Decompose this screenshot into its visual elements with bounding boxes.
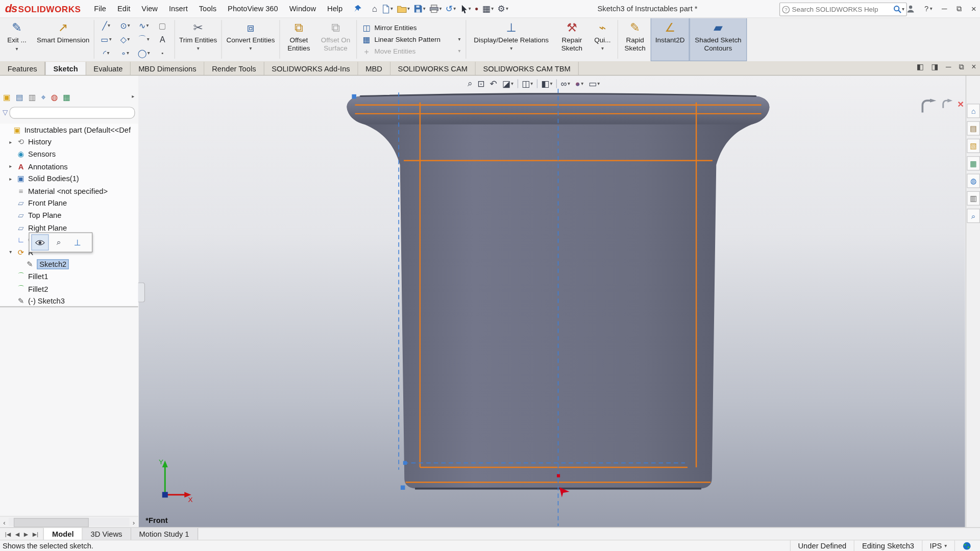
circle-tool-button[interactable]: ⊙▾ xyxy=(116,19,135,33)
panel-tabs-overflow-icon[interactable]: ▸ xyxy=(132,94,134,99)
line-tool-button[interactable]: ╱▾ xyxy=(97,19,116,33)
rapid-sketch-button[interactable]: ✎ Rapid Sketch xyxy=(619,17,650,61)
panel-split-divider[interactable] xyxy=(0,306,138,307)
repair-sketch-button[interactable]: ⚒ Repair Sketch xyxy=(555,17,589,61)
first-tab-icon[interactable]: |◀ xyxy=(5,531,11,537)
search-icon[interactable] xyxy=(893,5,902,14)
shaded-sketch-contours-button[interactable]: ▰ Shaded Sketch Contours xyxy=(690,17,747,61)
tab-motion-study-1[interactable]: Motion Study 1 xyxy=(131,528,198,540)
featuremanager-tab-icon[interactable]: ▣ xyxy=(3,93,11,101)
menu-file[interactable]: File xyxy=(88,0,112,17)
polygon-tool-button[interactable]: ◇▾ xyxy=(116,33,135,46)
tree-item-history[interactable]: ▸ ⟲ History xyxy=(0,136,138,148)
expander-icon[interactable]: ▸ xyxy=(8,176,14,182)
menu-photoview360[interactable]: PhotoView 360 xyxy=(222,0,284,17)
scroll-left-icon[interactable]: ‹ xyxy=(0,518,9,526)
tree-item-fillet1[interactable]: ⌒ Fillet1 xyxy=(0,270,138,283)
magnet-snap-button[interactable]: ● xyxy=(474,2,480,16)
scrollbar-thumb[interactable] xyxy=(14,518,89,527)
undo-button[interactable]: ↺▾ xyxy=(444,2,457,16)
exit-sketch-corner-icon[interactable] xyxy=(920,98,936,113)
configurationmanager-tab-icon[interactable]: ▥ xyxy=(29,93,36,101)
doc-minimize-button[interactable]: ─ xyxy=(946,63,951,70)
edit-appearance-button[interactable]: ●▾ xyxy=(574,79,584,89)
view-palette-button[interactable]: ▦ xyxy=(967,156,980,170)
section-view-button[interactable]: ◪▾ xyxy=(501,79,514,89)
menu-window[interactable]: Window xyxy=(284,0,322,17)
trim-entities-button[interactable]: ✂ Trim Entities ▾ xyxy=(176,17,220,61)
menu-insert[interactable]: Insert xyxy=(163,0,193,17)
convert-entities-button[interactable]: ⧈ Convert Entities ▾ xyxy=(223,17,278,61)
displaymanager-tab-icon[interactable]: ◍ xyxy=(51,93,58,101)
smart-dimension-button[interactable]: ↗ Smart Dimension xyxy=(34,17,92,61)
graphics-viewport[interactable]: ⌕ ⊡ ↶ ◪▾ ◫▾ ◧▾ ∞▾ ●▾ ▭▾ × Y xyxy=(139,75,965,528)
menu-help[interactable]: Help xyxy=(322,0,348,17)
menu-edit[interactable]: Edit xyxy=(112,0,136,17)
tree-root-item[interactable]: ▣ Instructables part (Default<<Def xyxy=(0,123,138,136)
options-grid-button[interactable]: ▦▾ xyxy=(481,2,495,16)
panel-splitter-handle[interactable] xyxy=(138,282,145,302)
linear-sketch-pattern-button[interactable]: ▦ Linear Sketch Pattern ▾ xyxy=(362,35,460,44)
tree-item-fillet2[interactable]: ⌒ Fillet2 xyxy=(0,283,138,295)
tab-render-tools[interactable]: Render Tools xyxy=(205,62,264,75)
sketch-picture-button[interactable]: ▢ xyxy=(153,19,172,33)
rectangle-tool-button[interactable]: ▭▾ xyxy=(97,33,116,46)
exit-sketch-button[interactable]: ✎ Exit ... ▾ xyxy=(0,17,34,61)
tree-item-sensors[interactable]: ◉ Sensors xyxy=(0,148,138,160)
dimxpert-tab-icon[interactable]: ⌖ xyxy=(41,93,46,101)
ellipse-tool-button[interactable]: ◯▾ xyxy=(134,46,153,60)
cancel-sketch-icon[interactable]: × xyxy=(958,98,964,109)
tab-model[interactable]: Model xyxy=(43,528,83,540)
normal-to-button[interactable]: ⊥ xyxy=(69,234,86,251)
save-button[interactable]: ▾ xyxy=(412,2,427,16)
resources-home-button[interactable]: ⌂ xyxy=(967,104,980,118)
tree-filter-input[interactable] xyxy=(10,107,135,118)
tree-item-sketch3[interactable]: ✎ (-) Sketch3 xyxy=(0,295,138,306)
close-button[interactable]: × xyxy=(971,5,976,13)
tab-3d-views[interactable]: 3D Views xyxy=(83,528,131,540)
next-tab-icon[interactable]: ▶ xyxy=(24,531,28,537)
file-explorer-button[interactable]: ▧ xyxy=(967,139,980,153)
orientation-triad[interactable]: Y X xyxy=(155,456,195,504)
help-menu[interactable]: ?▾ xyxy=(924,5,933,13)
part-3d-view[interactable] xyxy=(139,75,965,528)
text-tool-button[interactable]: A xyxy=(153,33,172,46)
tab-features[interactable]: Features xyxy=(0,62,45,75)
new-document-button[interactable]: ▾ xyxy=(380,2,394,16)
menu-tools[interactable]: Tools xyxy=(193,0,222,17)
view-orientation-button[interactable]: ◫▾ xyxy=(520,79,534,89)
open-document-button[interactable]: ▾ xyxy=(396,2,411,16)
panel-horizontal-scrollbar[interactable]: ‹ › xyxy=(0,516,138,527)
tree-item-material[interactable]: ≡ Material <not specified> xyxy=(0,185,138,197)
help-search-box[interactable]: ? ▾ xyxy=(779,3,907,16)
pane-split-right-icon[interactable]: ◨ xyxy=(931,63,938,70)
display-style-button[interactable]: ◧▾ xyxy=(540,79,554,89)
expander-icon[interactable]: ▸ xyxy=(8,164,14,169)
home-button[interactable]: ⌂ xyxy=(371,2,378,16)
tab-evaluate[interactable]: Evaluate xyxy=(86,62,131,75)
expander-icon[interactable]: ▸ xyxy=(8,139,14,145)
mirror-entities-button[interactable]: ◫ Mirror Entities xyxy=(362,23,460,32)
tab-solidworks-cam-tbm[interactable]: SOLIDWORKS CAM TBM xyxy=(476,62,579,75)
restore-button[interactable]: ⧉ xyxy=(957,5,962,13)
pane-split-left-icon[interactable]: ◧ xyxy=(917,63,924,70)
doc-restore-button[interactable]: ⧉ xyxy=(959,63,964,70)
apply-scene-button[interactable]: ▭▾ xyxy=(587,79,601,89)
tab-mbd-dimensions[interactable]: MBD Dimensions xyxy=(131,62,204,75)
display-delete-relations-button[interactable]: ⊥ Display/Delete Relations ▾ xyxy=(468,17,555,61)
tab-mbd[interactable]: MBD xyxy=(358,62,390,75)
sketch-fillet-button[interactable]: ◜▾ xyxy=(97,46,116,60)
tree-item-solid-bodies[interactable]: ▸ ▣ Solid Bodies(1) xyxy=(0,172,138,185)
tree-item-annotations[interactable]: ▸ A Annotations xyxy=(0,160,138,172)
units-selector[interactable]: IPS▾ xyxy=(922,540,954,551)
appearances-scenes-button[interactable]: ◍ xyxy=(967,173,980,188)
search-input[interactable] xyxy=(790,6,893,13)
offset-entities-button[interactable]: ⧉ Offset Entities xyxy=(281,17,316,61)
quick-snaps-button[interactable]: ⌁ Qui... ▾ xyxy=(589,17,616,61)
minimize-button[interactable]: ─ xyxy=(942,5,947,13)
hide-show-button[interactable] xyxy=(31,234,48,251)
construction-tool-button[interactable]: ▪ xyxy=(153,46,172,60)
settings-button[interactable]: ⚙▾ xyxy=(496,2,509,16)
point-tool-button[interactable]: ∘▾ xyxy=(116,46,135,60)
zoom-to-selection-button[interactable]: ⌕ xyxy=(50,234,67,251)
